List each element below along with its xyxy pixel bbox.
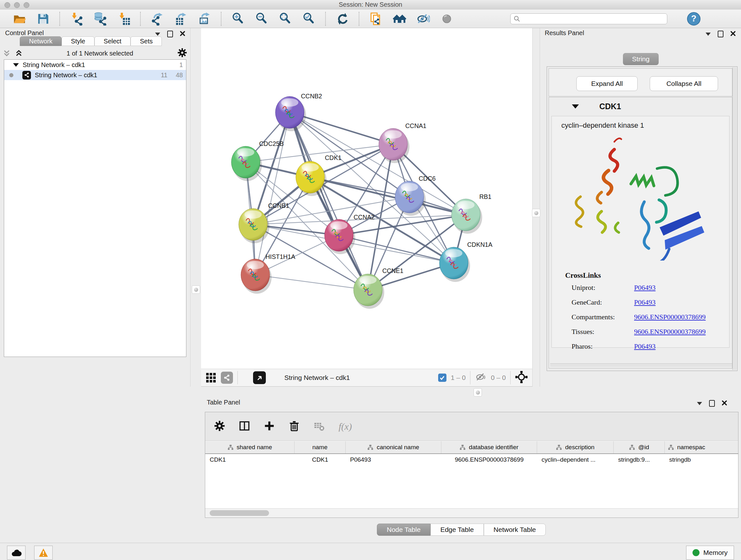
selected-nodes-checkbox[interactable] bbox=[438, 374, 447, 382]
memory-label: Memory bbox=[703, 549, 728, 557]
network-collection-row[interactable]: String Network – cdk1 1 bbox=[4, 60, 186, 70]
network-canvas[interactable]: CCNB2CCNA1CDC25BCDK1CDC6RB1CCNB1CCNA2CDK… bbox=[201, 28, 532, 369]
results-vertical-scrollbar[interactable] bbox=[732, 67, 737, 370]
search-input[interactable] bbox=[523, 15, 664, 23]
table-row[interactable]: CDK1 CDK1 P06493 9606.ENSP00000378699 cy… bbox=[205, 454, 738, 465]
zoom-fit-content-button[interactable] bbox=[278, 11, 293, 26]
show-columns-icon[interactable] bbox=[239, 421, 250, 433]
export-table-button[interactable] bbox=[174, 11, 188, 26]
panel-float-icon[interactable] bbox=[718, 30, 724, 37]
zoom-in-button[interactable] bbox=[231, 11, 246, 26]
cell-canonical-name[interactable]: P06493 bbox=[346, 454, 441, 465]
cloud-icon bbox=[11, 549, 22, 557]
cell-name[interactable]: CDK1 bbox=[294, 454, 346, 465]
new-network-from-selection-button[interactable] bbox=[368, 11, 383, 26]
panel-close-icon[interactable] bbox=[722, 400, 727, 407]
panel-float-icon[interactable] bbox=[167, 30, 173, 37]
expand-all-networks-icon[interactable] bbox=[3, 50, 10, 57]
help-button[interactable]: ? bbox=[687, 12, 700, 25]
cell-namespace[interactable]: stringdb bbox=[665, 454, 738, 465]
zoom-out-button[interactable] bbox=[254, 11, 269, 26]
tab-network[interactable]: Network bbox=[20, 37, 62, 46]
cell-shared-name[interactable]: CDK1 bbox=[205, 454, 294, 465]
cloud-status-button[interactable] bbox=[7, 546, 25, 560]
scrollbar-thumb[interactable] bbox=[210, 510, 269, 516]
warnings-button[interactable] bbox=[34, 546, 53, 560]
splitter-handle[interactable] bbox=[532, 209, 540, 217]
panel-menu-icon[interactable] bbox=[155, 33, 160, 36]
panel-close-icon[interactable] bbox=[731, 31, 736, 37]
zoom-selected-button[interactable] bbox=[301, 11, 316, 26]
tab-select[interactable]: Select bbox=[94, 37, 131, 46]
left-panel-splitter[interactable] bbox=[190, 28, 202, 387]
import-table-from-file-button[interactable] bbox=[117, 11, 131, 26]
table-options-gear-icon[interactable] bbox=[214, 421, 225, 433]
tab-string[interactable]: String bbox=[623, 53, 659, 65]
column-header-shared-name[interactable]: shared name bbox=[205, 441, 294, 453]
crosslink-link[interactable]: P06493 bbox=[634, 284, 656, 292]
hidden-items-eye-slash-icon[interactable] bbox=[475, 372, 486, 383]
expand-all-button[interactable]: Expand All bbox=[576, 76, 637, 91]
panel-close-icon[interactable] bbox=[180, 31, 185, 37]
results-horizontal-scrollbar[interactable] bbox=[550, 363, 732, 367]
save-session-button[interactable] bbox=[36, 11, 51, 26]
splitter-handle[interactable] bbox=[192, 286, 200, 294]
cell-database-identifier[interactable]: 9606.ENSP00000378699 bbox=[441, 454, 537, 465]
hide-selected-button[interactable] bbox=[416, 11, 430, 26]
cell-description[interactable]: cyclin–dependent ... bbox=[537, 454, 614, 465]
network-selection-status: 1 of 1 Network selected bbox=[27, 50, 172, 57]
memory-button[interactable]: Memory bbox=[686, 546, 734, 560]
grid-view-icon[interactable] bbox=[205, 372, 216, 384]
delete-column-trash-icon[interactable] bbox=[289, 421, 300, 433]
panel-menu-icon[interactable] bbox=[697, 402, 702, 405]
import-network-from-file-button[interactable] bbox=[69, 11, 84, 26]
network-options-gear-icon[interactable] bbox=[178, 48, 187, 59]
show-all-button[interactable] bbox=[440, 11, 454, 26]
table-horizontal-scrollbar[interactable] bbox=[205, 508, 738, 517]
column-header-database-identifier[interactable]: database identifier bbox=[441, 441, 537, 453]
collapse-all-networks-icon[interactable] bbox=[15, 50, 22, 57]
network-share-view-icon[interactable] bbox=[221, 372, 233, 384]
expand-collapse-section: Expand All Collapse All bbox=[549, 68, 732, 97]
import-network-from-database-button[interactable] bbox=[93, 11, 108, 26]
network-edge-count: 48 bbox=[176, 71, 183, 79]
collapse-all-button[interactable]: Collapse All bbox=[650, 76, 718, 91]
apply-layout-refresh-button[interactable] bbox=[335, 11, 350, 26]
open-session-button[interactable] bbox=[12, 11, 27, 26]
panel-menu-icon[interactable] bbox=[705, 33, 711, 36]
crosslink-link[interactable]: P06493 bbox=[634, 298, 656, 307]
crosslink-link[interactable]: 9606.ENSP00000378699 bbox=[634, 327, 705, 336]
function-builder-icon[interactable]: f(x) bbox=[339, 421, 352, 432]
network-graph[interactable]: CCNB2CCNA1CDC25BCDK1CDC6RB1CCNB1CCNA2CDK… bbox=[201, 28, 532, 369]
splitter-handle[interactable] bbox=[474, 388, 482, 396]
add-column-icon[interactable] bbox=[264, 421, 275, 433]
column-header-namespace[interactable]: namespac bbox=[665, 441, 738, 453]
panel-float-icon[interactable] bbox=[709, 400, 715, 407]
horizontal-splitter[interactable] bbox=[201, 387, 741, 397]
first-neighbors-button[interactable] bbox=[392, 11, 407, 26]
crosslink-link[interactable]: 9606.ENSP00000378699 bbox=[634, 313, 705, 321]
column-header-canonical-name[interactable]: canonical name bbox=[346, 441, 441, 453]
delete-table-icon[interactable] bbox=[314, 421, 325, 433]
export-network-button[interactable] bbox=[150, 11, 165, 26]
tab-sets[interactable]: Sets bbox=[131, 37, 162, 46]
birds-eye-view-icon[interactable] bbox=[253, 371, 266, 384]
tab-style[interactable]: Style bbox=[62, 37, 94, 46]
column-header-id[interactable]: @id bbox=[614, 441, 665, 453]
crosslink-link[interactable]: P06493 bbox=[634, 342, 656, 351]
main-toolbar: ? bbox=[0, 10, 741, 28]
network-row[interactable]: String Network – cdk1 11 48 bbox=[4, 70, 186, 80]
column-header-name[interactable]: name bbox=[294, 441, 346, 453]
tab-network-table[interactable]: Network Table bbox=[484, 523, 546, 536]
pan-crosshair-icon[interactable] bbox=[515, 371, 528, 385]
export-image-button[interactable] bbox=[197, 11, 212, 26]
tab-node-table[interactable]: Node Table bbox=[377, 523, 430, 536]
right-panel-splitter[interactable] bbox=[532, 28, 540, 387]
tree-expander-icon[interactable] bbox=[13, 63, 19, 67]
cell-id[interactable]: stringdb:9... bbox=[614, 454, 665, 465]
crosslink-label: Compartments: bbox=[571, 313, 634, 321]
column-header-description[interactable]: description bbox=[537, 441, 614, 453]
section-expander-icon[interactable] bbox=[572, 105, 579, 109]
gene-section-header[interactable]: CDK1 bbox=[549, 102, 732, 111]
tab-edge-table[interactable]: Edge Table bbox=[430, 523, 484, 536]
